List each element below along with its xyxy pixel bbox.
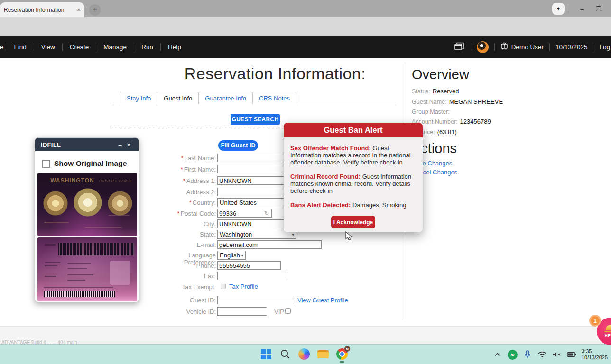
fax-label: Fax: xyxy=(156,273,216,280)
guest-ban-alert-modal: Guest Ban Alert Sex Offender Match Found… xyxy=(284,123,423,232)
account-number-row: Account Number:123456789 xyxy=(412,118,491,125)
acknowledge-button[interactable]: I Acknowledge xyxy=(331,216,375,228)
clock-date: 10/13/2025 xyxy=(582,355,611,361)
menu-item-run[interactable]: Run xyxy=(134,36,160,58)
browser-sparkle-button[interactable]: ✦ xyxy=(552,3,565,15)
browser-tab-strip: Reservation Information × + ✦ – xyxy=(0,0,611,17)
idfill-minimize-button[interactable]: – xyxy=(116,141,124,148)
balance-value: (63.81) xyxy=(437,128,457,136)
business-date[interactable]: 10/13/2025 xyxy=(550,36,593,58)
license-seal-left xyxy=(42,190,69,217)
email-input[interactable] xyxy=(217,240,322,249)
tray-chevron-up-icon[interactable] xyxy=(493,350,502,359)
license-back-photo-ghost xyxy=(110,261,130,285)
license-seal-center xyxy=(73,187,103,218)
account-number-value: 123456789 xyxy=(460,118,491,125)
browser-tab-title: Reservation Information xyxy=(4,7,74,13)
menu-item-manage[interactable]: Manage xyxy=(96,36,134,58)
menu-item-view[interactable]: View xyxy=(34,36,62,58)
browser-tab[interactable]: Reservation Information × xyxy=(0,2,84,17)
menubar-partial-item[interactable]: e xyxy=(0,44,7,51)
battery-icon[interactable] xyxy=(567,350,576,359)
fill-guest-id-button[interactable]: Fill Guest ID xyxy=(218,140,258,151)
modal-title: Guest Ban Alert xyxy=(284,123,423,137)
chrome-active-indicator xyxy=(340,361,344,363)
windows-stack-button[interactable] xyxy=(449,36,471,58)
folder-icon-front xyxy=(317,352,329,358)
idfill-titlebar[interactable]: IDFILL – × xyxy=(35,138,139,151)
taskbar: M ID 3:35 10/13/2025 xyxy=(0,344,611,364)
browser-toolbar: → ↻ ☆ ID M xyxy=(0,17,611,36)
idfill-title: IDFILL xyxy=(41,141,116,148)
mouse-cursor xyxy=(345,231,352,243)
service-bell-base xyxy=(604,331,611,332)
guest-search-button[interactable]: GUEST SEARCH xyxy=(231,114,280,125)
license-type-text: DRIVER LICENSE xyxy=(99,179,132,183)
address1-label: *Address 1: xyxy=(156,177,216,184)
alert-sex-offender: Sex Offender Match Found: Guest Informat… xyxy=(290,145,416,166)
phone-label: *Phone: xyxy=(156,262,216,269)
status-row: Status:Reserved xyxy=(412,88,459,95)
new-tab-button[interactable]: + xyxy=(89,4,101,16)
last-name-label: *Last Name: xyxy=(156,155,216,162)
menu-item-find[interactable]: Find xyxy=(7,36,34,58)
idfill-close-button[interactable]: × xyxy=(124,141,133,148)
microphone-icon[interactable] xyxy=(523,350,532,359)
screen: Reservation Information × + ✦ – → ↻ ☆ ID… xyxy=(0,0,611,364)
chrome-button[interactable]: M xyxy=(336,348,348,360)
address2-label: Address 2: xyxy=(156,189,216,196)
postal-refresh-icon[interactable]: ↻ xyxy=(264,210,269,217)
tax-exempt-label: Tax Exempt: xyxy=(156,283,216,291)
language-select[interactable]: English▾ xyxy=(217,251,246,260)
chrome-profile-badge: M xyxy=(344,346,350,352)
volume-muted-icon[interactable] xyxy=(552,350,562,359)
taskbar-clock[interactable]: 3:35 10/13/2025 xyxy=(582,348,611,361)
idfill-window[interactable]: IDFILL – × Show Original Image WASHINGTO… xyxy=(35,137,139,302)
window-maximize-button[interactable] xyxy=(596,6,601,11)
country-label: *Country: xyxy=(156,199,216,206)
menubar-left: e Find View Create Manage Run Help xyxy=(0,36,188,58)
taskbar-search-button[interactable] xyxy=(279,348,291,360)
view-guest-profile-link[interactable]: View Guest Profile xyxy=(297,297,348,304)
tax-profile-link[interactable]: Tax Profile xyxy=(229,283,258,290)
start-button[interactable] xyxy=(260,348,272,360)
show-original-image-label: Show Original Image xyxy=(54,159,127,168)
guest-id-input[interactable] xyxy=(217,296,294,304)
postal-code-input[interactable] xyxy=(217,209,272,218)
footer-strip: ADVANTAGE Build 4 ... ... 404 main xyxy=(0,326,611,344)
user-icon xyxy=(500,42,508,52)
group-master-row: Group Master: xyxy=(412,108,452,115)
user-menu[interactable]: Demo User xyxy=(495,36,549,58)
phone-input[interactable] xyxy=(217,261,281,270)
logout-link[interactable]: Log xyxy=(593,36,611,58)
sparkle-icon: ✦ xyxy=(556,5,561,12)
file-explorer-button[interactable] xyxy=(317,348,329,360)
fax-input[interactable] xyxy=(217,272,288,280)
alert-criminal-record: Criminal Record Found: Guest Information… xyxy=(290,173,416,194)
taskbar-center: M xyxy=(260,348,348,360)
menu-item-create[interactable]: Create xyxy=(63,36,96,58)
vip-checkbox[interactable] xyxy=(285,308,291,314)
copilot-button[interactable] xyxy=(298,348,310,360)
wifi-icon[interactable] xyxy=(537,350,547,359)
modal-body: Sex Offender Match Found: Guest Informat… xyxy=(284,137,423,216)
guest-name-row: Guest Name:MEGAN SHREEVE xyxy=(412,98,503,105)
status-value: Reserved xyxy=(433,88,459,95)
tab-guest-info[interactable]: Guest Info xyxy=(157,92,199,104)
build-version-text: ADVANTAGE Build 4 ... ... 404 main xyxy=(1,340,77,344)
vehicle-id-input[interactable] xyxy=(217,307,267,316)
window-minimize-button[interactable]: – xyxy=(576,4,588,14)
app-logo-button[interactable] xyxy=(471,36,494,58)
chevron-down-icon: ▾ xyxy=(292,232,294,237)
license-back-image xyxy=(37,237,137,301)
license-seal-right xyxy=(107,190,133,217)
help-notification-badge: 1 xyxy=(589,315,601,327)
menu-item-help[interactable]: Help xyxy=(161,36,188,58)
show-original-image-checkbox[interactable] xyxy=(42,160,50,168)
state-label: State: xyxy=(156,231,216,238)
tab-close-icon[interactable]: × xyxy=(77,6,81,13)
service-bell-icon xyxy=(606,325,611,330)
chevron-down-icon: ▾ xyxy=(241,253,243,258)
tray-id-icon[interactable]: ID xyxy=(508,350,518,360)
tax-exempt-checkbox[interactable] xyxy=(221,284,226,289)
